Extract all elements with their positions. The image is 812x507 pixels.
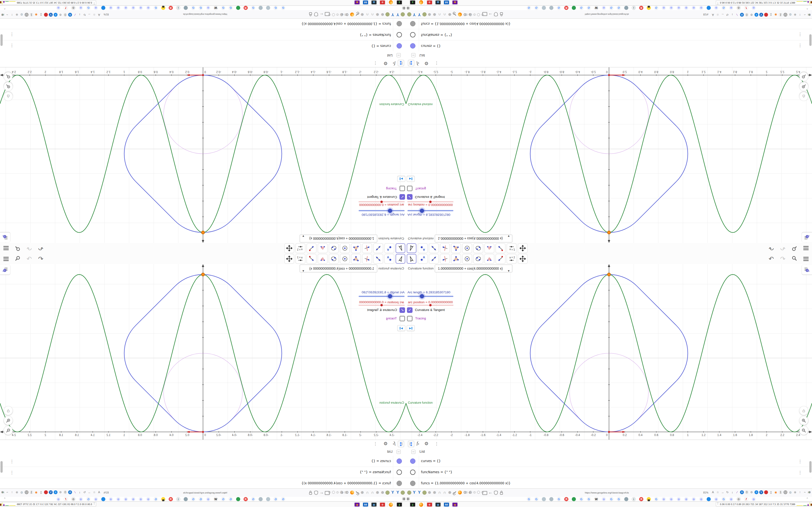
graphics-stylebar-toggle[interactable] bbox=[0, 232, 10, 242]
extension-icon[interactable]: A bbox=[740, 490, 744, 494]
dot-icon[interactable] bbox=[337, 14, 339, 16]
extension-icon[interactable]: A bbox=[68, 490, 72, 494]
globe-icon[interactable]: ⊕ bbox=[433, 490, 437, 495]
extension-icon[interactable]: ∕ bbox=[735, 490, 739, 494]
angle-tool[interactable]: α bbox=[318, 243, 327, 253]
tab-favicon[interactable] bbox=[542, 6, 546, 10]
home-button[interactable]: ⌂ bbox=[4, 406, 12, 415]
shield-icon[interactable] bbox=[494, 491, 498, 495]
curvature-function-dropdown[interactable]: 1.000000000000 + cos(4.000000000000 x) ▼ bbox=[300, 265, 377, 272]
extension-icon[interactable]: ◉ bbox=[34, 13, 38, 17]
wrench-icon[interactable] bbox=[355, 12, 359, 17]
dropdown-caret-icon[interactable]: ▼ bbox=[507, 232, 510, 240]
perpendicular-line-tool[interactable] bbox=[440, 243, 450, 253]
tab-favicon[interactable]: i bbox=[176, 497, 180, 501]
taskbar-app-firefox[interactable] bbox=[388, 502, 394, 507]
arc-length-slider[interactable] bbox=[359, 210, 405, 211]
line-point-tool[interactable] bbox=[496, 243, 505, 253]
tab-favicon[interactable]: ⊛ bbox=[602, 497, 606, 501]
graphics-view[interactable]: -2.4-2.2-2-1.8-1.6-1.4-1.2-1-0.8-0.6-0.4… bbox=[0, 264, 406, 440]
taskbar-app-terminal[interactable]: ▮ bbox=[409, 502, 416, 507]
move-tool[interactable] bbox=[407, 254, 416, 264]
tab-favicon[interactable]: G bbox=[229, 497, 233, 501]
taskbar-app-settings[interactable]: ⚙ bbox=[379, 502, 386, 507]
y-icon[interactable]: Y bbox=[412, 12, 416, 17]
extension-icon[interactable]: ☆ bbox=[716, 13, 720, 17]
extension-icon[interactable]: ↓ bbox=[78, 490, 82, 494]
taskbar-app-display[interactable]: ▣ bbox=[371, 502, 377, 507]
stylebar-kebab-icon[interactable]: ⋮ bbox=[373, 441, 377, 446]
blob-icon[interactable] bbox=[422, 490, 426, 495]
graphics-view[interactable]: -2.4-2.2-2-1.8-1.6-1.4-1.2-1-0.8-0.6-0.4… bbox=[406, 67, 812, 243]
angle-tool[interactable]: α bbox=[318, 254, 327, 264]
tab-favicon[interactable]: G bbox=[609, 497, 613, 501]
menu-icon[interactable] bbox=[803, 246, 809, 250]
tab-favicon[interactable]: G bbox=[199, 497, 203, 501]
tracing-checkbox[interactable] bbox=[407, 186, 412, 191]
taskbar-app-settings[interactable]: ⚙ bbox=[379, 0, 386, 5]
chevron-up-icon[interactable]: ⌃ bbox=[806, 6, 809, 10]
menu-icon[interactable] bbox=[3, 246, 9, 250]
tab-favicon[interactable]: ▄ bbox=[647, 497, 651, 501]
headset-icon[interactable]: ∩ bbox=[370, 490, 374, 495]
curvature-tangent-checkbox[interactable]: ✓ bbox=[407, 194, 412, 200]
circle-tool[interactable] bbox=[462, 243, 472, 253]
extension-icon[interactable]: 0 bbox=[745, 13, 749, 17]
extension-icon[interactable]: U bbox=[24, 490, 29, 494]
extension-icon[interactable]: ⊕ bbox=[15, 490, 19, 494]
y-icon[interactable]: Y bbox=[417, 12, 421, 17]
tab-favicon[interactable]: G bbox=[273, 6, 278, 10]
tool-buttons[interactable]: A α a = 2 bbox=[285, 243, 405, 253]
extension-icon[interactable]: ☆ bbox=[92, 13, 96, 17]
search-icon[interactable] bbox=[792, 245, 797, 251]
fx-icon[interactable]: fx bbox=[417, 441, 419, 446]
tab-favicon[interactable]: G bbox=[251, 6, 255, 10]
url-bar[interactable]: https://www.geogebra.org/classic/aagcxh3… bbox=[585, 13, 629, 16]
circle-icon[interactable] bbox=[477, 13, 480, 16]
slider-tool[interactable]: a = 2 bbox=[296, 254, 305, 264]
extension-icon[interactable] bbox=[764, 490, 768, 494]
headset-icon[interactable]: ∩ bbox=[443, 490, 447, 495]
gear-icon[interactable]: ⚙ bbox=[384, 61, 388, 66]
gear-icon[interactable]: ⚙ bbox=[384, 441, 388, 446]
perpendicular-line-tool[interactable] bbox=[362, 254, 372, 264]
lock-icon[interactable] bbox=[309, 491, 312, 495]
tab-favicon[interactable]: ⊛ bbox=[116, 497, 120, 501]
extension-icon[interactable]: 1 bbox=[30, 490, 33, 494]
visibility-toggle[interactable] bbox=[397, 21, 402, 26]
arc-length-slider[interactable] bbox=[407, 296, 453, 297]
globe-icon[interactable]: ⊕ bbox=[448, 12, 452, 17]
taskbar-app-owl[interactable]: ◉ bbox=[354, 502, 360, 507]
globe-icon[interactable]: ⊕ bbox=[375, 490, 379, 495]
taskbar-app-owl[interactable]: ◉ bbox=[452, 0, 458, 5]
visibility-toggle[interactable] bbox=[410, 458, 415, 464]
taskbar-app-terminal[interactable]: ▮ bbox=[409, 0, 416, 5]
tab-favicons[interactable]: GGGЯGGW⊛GGiЯ▄G⊛⊛⊛⊛⊛⊛⊛G⊛⚙f⊛ bbox=[56, 6, 285, 10]
redo-icon[interactable]: ↷ bbox=[780, 256, 785, 262]
system-monitor[interactable]: ⌃⌃ 0.06 0.00 0.17 0.89 20 263 721 34 187… bbox=[0, 502, 96, 506]
ellipse-tool[interactable] bbox=[473, 254, 483, 264]
tab-favicon[interactable]: ⊛ bbox=[131, 6, 135, 10]
tab-favicon[interactable]: f bbox=[64, 6, 68, 10]
undo-icon[interactable]: ↶ bbox=[768, 256, 774, 262]
browser-extension-icons[interactable]: YY⊕⊕∩∩⊕⚙⊕ bbox=[407, 490, 472, 495]
curvature-tangent-checkbox[interactable]: ✓ bbox=[407, 307, 412, 313]
tab-favicon[interactable]: Я bbox=[244, 6, 248, 10]
zoom-out-button[interactable] bbox=[4, 426, 12, 435]
tab-favicon[interactable]: ⊛ bbox=[131, 497, 135, 501]
graphics-view[interactable]: -2.4-2.2-2-1.8-1.6-1.4-1.2-1-0.8-0.6-0.4… bbox=[406, 264, 812, 440]
stylebar-kebab-icon[interactable]: ⋮ bbox=[435, 61, 439, 66]
extension-icon[interactable]: ▯ bbox=[769, 490, 773, 494]
zoom-out-button[interactable] bbox=[800, 72, 808, 81]
extension-icon[interactable]: ↑ bbox=[10, 13, 14, 17]
extension-icon[interactable]: ▯ bbox=[39, 490, 43, 494]
extension-icon[interactable]: → bbox=[721, 490, 724, 494]
taskbar-app-floppy[interactable]: 64 bbox=[443, 502, 450, 507]
taskbar-app-display[interactable]: ▣ bbox=[371, 0, 377, 5]
visibility-toggle[interactable] bbox=[397, 458, 402, 464]
tab-favicon[interactable]: ⊛ bbox=[729, 6, 733, 10]
extension-icon[interactable]: A bbox=[97, 13, 101, 17]
search-icon[interactable] bbox=[792, 256, 797, 262]
tool-buttons[interactable]: A α a = 2 bbox=[407, 243, 527, 253]
arc-length-slider-handle[interactable] bbox=[420, 209, 424, 213]
